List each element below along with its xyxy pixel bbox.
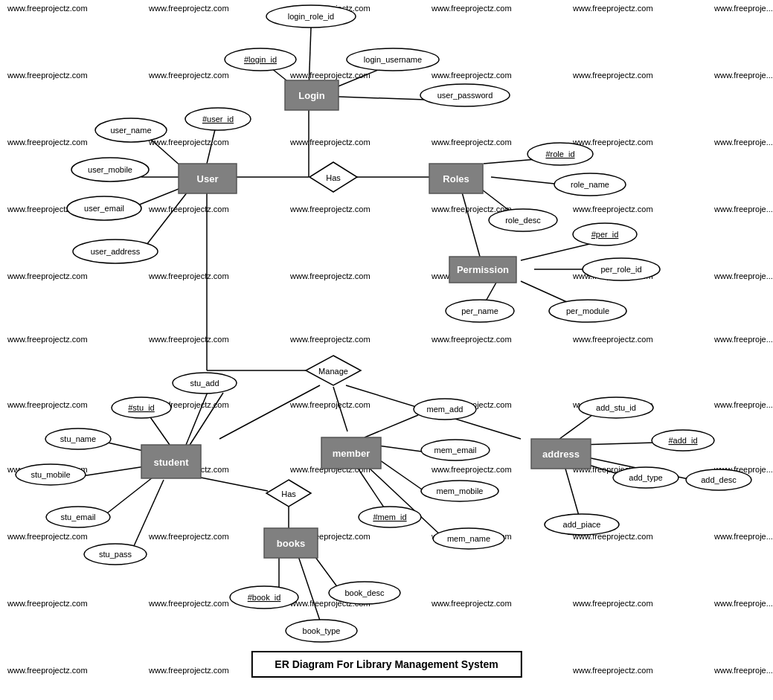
svg-text:www.freeprojectz.com: www.freeprojectz.com — [7, 400, 88, 409]
svg-text:www.freeproje...: www.freeproje... — [713, 272, 773, 280]
svg-text:www.freeprojectz.com: www.freeprojectz.com — [148, 71, 229, 80]
er-diagram: www.freeprojectz.com www.freeprojectz.co… — [0, 0, 773, 700]
add-stu-id-text: add_stu_id — [596, 403, 636, 412]
has2-label: Has — [281, 489, 296, 498]
svg-text:www.freeprojectz.com: www.freeprojectz.com — [148, 138, 229, 147]
mem-email-text: mem_email — [434, 446, 477, 455]
mem-mobile-text: mem_mobile — [437, 487, 484, 495]
svg-text:www.freeprojectz.com: www.freeprojectz.com — [148, 272, 229, 280]
svg-text:www.freeprojectz.com: www.freeprojectz.com — [289, 272, 371, 280]
svg-line-81 — [461, 190, 480, 257]
book-desc-text: book_desc — [344, 588, 385, 597]
stu-email-text: stu_email — [60, 513, 95, 521]
svg-text:www.freeproje...: www.freeproje... — [713, 71, 773, 80]
user-name-text: user_name — [110, 126, 151, 135]
svg-text:www.freeprojectz.com: www.freeprojectz.com — [431, 138, 512, 147]
user-password-text: user_password — [437, 91, 493, 100]
svg-text:www.freeprojectz.com: www.freeprojectz.com — [7, 4, 88, 13]
svg-text:www.freeprojectz.com: www.freeprojectz.com — [7, 335, 88, 344]
book-type-text: book_type — [303, 626, 341, 635]
svg-text:www.freeprojectz.com: www.freeprojectz.com — [289, 400, 371, 409]
diagram-title: ER Diagram For Library Management System — [251, 651, 522, 678]
svg-line-107 — [565, 469, 580, 521]
svg-line-101 — [357, 467, 387, 512]
svg-text:www.freeproje...: www.freeproje... — [713, 666, 773, 675]
svg-text:www.freeprojectz.com: www.freeprojectz.com — [148, 532, 229, 541]
svg-text:www.freeprojectz.com: www.freeprojectz.com — [148, 666, 229, 675]
svg-text:www.freeproje...: www.freeproje... — [713, 138, 773, 147]
add-desc-text: add_desc — [701, 475, 737, 484]
role-id-text: #role_id — [545, 150, 574, 158]
svg-text:www.freeprojectz.com: www.freeprojectz.com — [572, 71, 653, 80]
manage-label: Manage — [318, 367, 348, 376]
stu-name-text: stu_name — [60, 434, 96, 443]
svg-text:www.freeprojectz.com: www.freeprojectz.com — [572, 599, 653, 608]
role-name-text: role_name — [571, 180, 609, 189]
stu-pass-text: stu_pass — [99, 550, 132, 559]
svg-line-93 — [149, 415, 170, 445]
svg-text:www.freeproje...: www.freeproje... — [713, 335, 773, 344]
svg-text:www.freeprojectz.com: www.freeprojectz.com — [572, 4, 653, 13]
stu-mobile-text: stu_mobile — [31, 470, 70, 479]
svg-text:www.freeprojectz.com: www.freeprojectz.com — [289, 205, 371, 213]
login-username-text: login_username — [364, 55, 422, 64]
svg-text:www.freeprojectz.com: www.freeprojectz.com — [7, 666, 88, 675]
svg-text:www.freeproje...: www.freeproje... — [713, 599, 773, 608]
svg-text:www.freeprojectz.com: www.freeprojectz.com — [148, 599, 229, 608]
per-module-text: per_module — [566, 306, 609, 315]
svg-text:www.freeproje...: www.freeproje... — [713, 532, 773, 541]
svg-text:www.freeprojectz.com: www.freeprojectz.com — [7, 599, 88, 608]
svg-text:www.freeprojectz.com: www.freeprojectz.com — [431, 4, 512, 13]
svg-text:www.freeprojectz.com: www.freeprojectz.com — [431, 335, 512, 344]
add-id-text: #add_id — [668, 436, 697, 445]
svg-text:www.freeprojectz.com: www.freeprojectz.com — [7, 532, 88, 541]
login-id-text: #login_id — [244, 55, 277, 64]
address-label: address — [542, 449, 580, 460]
user-label: User — [197, 173, 219, 184]
login-label: Login — [298, 90, 324, 101]
stu-id-text: #stu_id — [128, 403, 154, 412]
per-name-text: per_name — [461, 306, 498, 315]
svg-line-96 — [104, 475, 156, 516]
svg-line-108 — [193, 476, 268, 491]
login-role-id-text: login_role_id — [288, 12, 334, 21]
svg-text:www.freeprojectz.com: www.freeprojectz.com — [148, 4, 229, 13]
roles-label: Roles — [443, 173, 469, 184]
role-desc-text: role_desc — [505, 216, 541, 225]
svg-line-88 — [219, 385, 320, 439]
svg-line-98 — [365, 415, 418, 437]
student-label: student — [154, 457, 190, 468]
user-mobile-text: user_mobile — [88, 165, 132, 174]
user-id-text: #user_id — [202, 115, 234, 123]
svg-text:www.freeprojectz.com: www.freeprojectz.com — [148, 335, 229, 344]
per-id-text: #per_id — [591, 230, 619, 239]
svg-text:www.freeprojectz.com: www.freeprojectz.com — [289, 335, 371, 344]
per-role-id-text: per_role_id — [600, 265, 641, 274]
svg-text:www.freeprojectz.com: www.freeprojectz.com — [148, 205, 229, 213]
svg-line-89 — [333, 387, 347, 431]
svg-text:www.freeprojectz.com: www.freeprojectz.com — [572, 205, 653, 213]
book-id-text: #book_id — [248, 593, 281, 602]
svg-text:www.freeprojectz.com: www.freeprojectz.com — [431, 599, 512, 608]
svg-line-112 — [298, 554, 321, 625]
svg-text:www.freeprojectz.com: www.freeprojectz.com — [431, 465, 512, 474]
svg-text:www.freeprojectz.com: www.freeprojectz.com — [431, 71, 512, 80]
svg-text:www.freeproje...: www.freeproje... — [713, 4, 773, 13]
permission-label: Permission — [457, 264, 509, 275]
has1-label: Has — [326, 173, 341, 182]
mem-id-text: #mem_id — [373, 513, 406, 521]
mem-name-text: mem_name — [447, 534, 490, 543]
svg-text:www.freeprojectz.com: www.freeprojectz.com — [289, 138, 371, 147]
mem-add-text: mem_add — [427, 405, 464, 414]
svg-line-82 — [521, 242, 599, 260]
add-type-text: add_type — [629, 473, 662, 482]
svg-line-103 — [559, 413, 595, 439]
svg-text:www.freeproje...: www.freeproje... — [713, 400, 773, 409]
books-label: books — [277, 538, 305, 549]
svg-text:www.freeprojectz.com: www.freeprojectz.com — [572, 335, 653, 344]
svg-line-91 — [186, 387, 210, 445]
svg-text:www.freeproje...: www.freeproje... — [713, 205, 773, 213]
svg-text:www.freeprojectz.com: www.freeprojectz.com — [7, 71, 88, 80]
svg-text:www.freeprojectz.com: www.freeprojectz.com — [7, 138, 88, 147]
add-piace-text: add_piace — [563, 520, 601, 529]
